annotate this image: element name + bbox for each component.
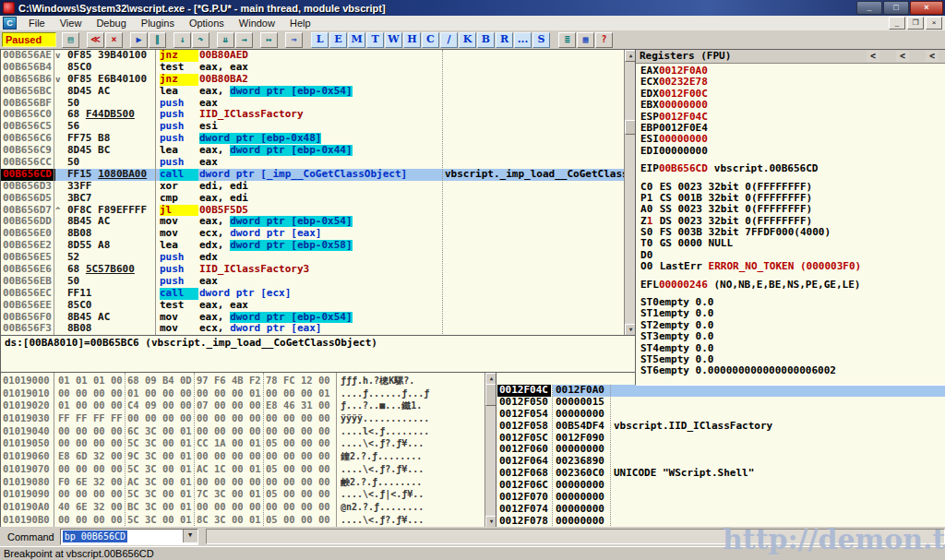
- disasm-row[interactable]: 00B656D333FFxoredi, edi: [1, 181, 636, 193]
- column-divider: [125, 373, 126, 528]
- menu-item-file[interactable]: File: [21, 17, 53, 30]
- stack-row[interactable]: 0012F07000000000: [496, 492, 945, 504]
- flag-row[interactable]: T 0GS 0000 NULL: [640, 238, 945, 249]
- stack-row[interactable]: 0012F05000000015: [496, 397, 945, 409]
- collapse-button[interactable]: <: [896, 51, 909, 62]
- dump-row[interactable]: 0101904000 00 00 006C 3C 00 0100 00 00 0…: [1, 425, 484, 438]
- dump-row[interactable]: 01019060E8 6D 32 009C 3C 00 0100 00 00 0…: [1, 450, 484, 463]
- stack-value: 00000000: [556, 516, 609, 528]
- disasm-row[interactable]: 00B656C068 F44DB500pushIID_IClassFactory: [1, 109, 636, 121]
- disasm-row[interactable]: 00B656EB50pusheax: [1, 276, 636, 288]
- mdi-restore-button[interactable]: ❐: [907, 17, 924, 30]
- segment-info: SS 0023 32bit 0(FFFFFFFF): [660, 203, 813, 215]
- disasm-row[interactable]: 00B656F08B45 ACmoveax, dword ptr [ebp-0x…: [1, 312, 636, 324]
- disasm-row[interactable]: 00B656C98D45 BCleaeax, dword ptr [ebp-0x…: [1, 145, 636, 157]
- disassembly-pane[interactable]: 00B656AEv0F85 39B40100jnz00B80AED00B656B…: [0, 49, 637, 337]
- executable-modules-button[interactable]: E: [329, 32, 347, 48]
- windows-button[interactable]: W: [385, 32, 402, 48]
- disasm-row[interactable]: 00B656BC8D45 ACleaeax, dword ptr [ebp-0x…: [1, 86, 636, 98]
- menu-item-debug[interactable]: Debug: [89, 17, 133, 30]
- dump-row[interactable]: 0101901000 00 00 0001 00 00 0000 00 00 0…: [1, 387, 484, 400]
- dump-bytes: 9C 3C 00 01: [127, 450, 192, 463]
- dump-row[interactable]: 010190B000 00 00 005C 3C 00 018C 3C 00 0…: [1, 514, 484, 527]
- stack-row[interactable]: 0012F05800B54DF4vbscript.IID_IClassFacto…: [496, 421, 945, 433]
- maximize-button[interactable]: □: [883, 1, 909, 15]
- animate-into-button[interactable]: ⇊: [217, 32, 234, 48]
- options-button[interactable]: ≣: [558, 32, 576, 48]
- source-button[interactable]: S: [532, 32, 550, 48]
- dump-row[interactable]: 0101909000 00 00 005C 3C 00 017C 3C 00 0…: [1, 488, 484, 501]
- operands: edx, dword ptr [ebp-0x58]: [199, 240, 441, 252]
- log-window-button[interactable]: L: [311, 32, 329, 48]
- minimize-button[interactable]: _: [856, 1, 882, 15]
- registers-pane[interactable]: Registers (FPU) < < < EAX 0012F0A0ECX 00…: [635, 49, 945, 386]
- mdi-minimize-button[interactable]: _: [889, 17, 905, 30]
- menu-item-help[interactable]: Help: [282, 17, 318, 30]
- command-value[interactable]: bp 00B656CD: [63, 530, 127, 542]
- memory-map-button[interactable]: M: [348, 32, 365, 48]
- stack-row[interactable]: 0012F04C0012F0A0: [496, 385, 945, 397]
- breakpoints-button[interactable]: B: [477, 32, 495, 48]
- dump-bytes: 00 00 00 00: [197, 425, 261, 438]
- eflags-row[interactable]: EFL 00000246 (NO,NB,E,BE,NS,PE,GE,LE): [640, 280, 945, 291]
- stack-row[interactable]: 0012F05400000000: [496, 409, 945, 421]
- dump-row[interactable]: 010190A040 6E 32 00BC 3C 00 0100 00 00 0…: [1, 501, 484, 514]
- animate-over-button[interactable]: ⇝: [235, 32, 253, 48]
- pause-button[interactable]: ∥: [149, 32, 166, 48]
- disasm-row[interactable]: 00B656CDFF15 1080BA00calldword ptr [_imp…: [1, 169, 636, 181]
- disasm-row[interactable]: 00B656DD8B45 ACmoveax, dword ptr [ebp-0x…: [1, 216, 636, 228]
- dump-row[interactable]: 01019080F0 6E 32 00AC 3C 00 0100 00 00 0…: [1, 476, 484, 489]
- dump-row[interactable]: 0101905000 00 00 005C 3C 00 01CC 1A 00 0…: [1, 437, 484, 450]
- help-button[interactable]: ?: [595, 32, 613, 48]
- dump-row[interactable]: 01019030FF FF FF FF00 00 00 0000 00 00 0…: [1, 412, 484, 425]
- dump-ascii: 鐘2.?.ƒ........: [341, 450, 477, 463]
- toolbar: Paused ▤≪×▶∥↓↷⇊⇝↦⇒ LEMTWHC/KBR...S ≣▦?: [0, 30, 945, 50]
- threads-button[interactable]: T: [366, 32, 384, 48]
- dump-row[interactable]: 0101907000 00 00 005C 3C 00 01AC 1C 00 0…: [1, 463, 484, 476]
- dump-bytes: 6C 3C 00 01: [127, 425, 192, 438]
- call-stack-button[interactable]: K: [459, 32, 476, 48]
- restart-button[interactable]: ≪: [87, 32, 104, 48]
- disasm-row[interactable]: 00B656F38B08movecx, dword ptr [eax]: [1, 323, 636, 335]
- collapse-button[interactable]: <: [926, 51, 939, 62]
- step-into-button[interactable]: ↓: [173, 32, 191, 48]
- fpu-register-row[interactable]: ST6 empty 0.000000000000000006002: [640, 365, 945, 376]
- stack-pane[interactable]: 0012F04C0012F0A00012F050000000150012F054…: [496, 372, 945, 529]
- run-button[interactable]: ▶: [130, 32, 148, 48]
- command-input[interactable]: bp 00B656CD ▼: [60, 529, 198, 545]
- dropdown-arrow-icon[interactable]: ▼: [183, 530, 197, 542]
- cpu-window-icon[interactable]: C: [3, 17, 17, 30]
- dump-address: 01019040: [3, 425, 53, 438]
- mdi-close-button[interactable]: ×: [926, 17, 942, 30]
- run-trace-button[interactable]: ...: [514, 32, 532, 48]
- menu-item-view[interactable]: View: [53, 17, 90, 30]
- close-button[interactable]: ×: [910, 1, 943, 15]
- hex-dump-pane[interactable]: 0101900001 01 01 0068 09 B4 0D97 F6 4B F…: [0, 372, 497, 529]
- disasm-row[interactable]: 00B656E668 5C57B600pushIID_IClassFactory…: [1, 264, 636, 276]
- register-row[interactable]: EDI 00000000: [640, 146, 945, 157]
- register-row-eip[interactable]: EIP 00B656CDvbscript.00B656CD: [640, 163, 945, 174]
- menu-item-window[interactable]: Window: [232, 17, 282, 30]
- execute-till-return-button[interactable]: ↦: [260, 32, 278, 48]
- flag-row[interactable]: O 0LastErr ERROR_NO_TOKEN (000003F0): [640, 261, 945, 272]
- close-program-button[interactable]: ×: [105, 32, 123, 48]
- step-over-button[interactable]: ↷: [192, 32, 209, 48]
- menu-item-options[interactable]: Options: [182, 17, 232, 30]
- fpu-register-name: ST1: [640, 308, 659, 319]
- stack-row[interactable]: 0012F07400000000: [496, 504, 945, 516]
- handles-button[interactable]: H: [403, 32, 421, 48]
- go-to-address-button[interactable]: ⇒: [285, 32, 303, 48]
- collapse-button[interactable]: <: [867, 51, 879, 62]
- dump-row[interactable]: 0101902001 00 00 00C4 09 00 0007 00 00 0…: [1, 399, 484, 412]
- menu-item-plugins[interactable]: Plugins: [134, 17, 182, 30]
- instruction-address: 00B656EB: [3, 276, 53, 288]
- dump-row[interactable]: 0101900001 01 01 0068 09 B4 0D97 F6 4B F…: [1, 375, 484, 387]
- references-button[interactable]: R: [496, 32, 513, 48]
- open-file-button[interactable]: ▤: [62, 32, 79, 48]
- disasm-row[interactable]: 00B656AEv0F85 39B40100jnz00B80AED: [1, 50, 636, 62]
- appearance-button[interactable]: ▦: [577, 32, 594, 48]
- disasm-row[interactable]: 00B656ECFF11calldword ptr [ecx]: [1, 288, 636, 300]
- patches-button[interactable]: /: [440, 32, 458, 48]
- disasm-row[interactable]: 00B656E28D55 A8leaedx, dword ptr [ebp-0x…: [1, 240, 636, 252]
- cpu-window-button[interactable]: C: [422, 32, 439, 48]
